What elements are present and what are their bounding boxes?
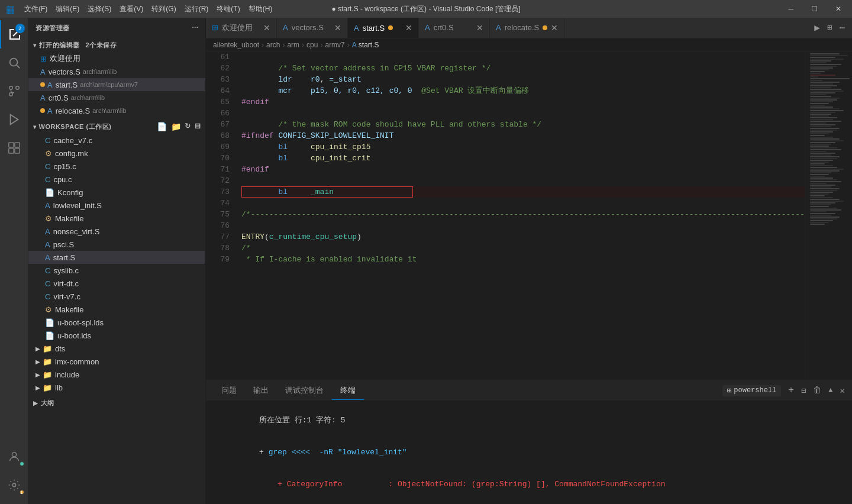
new-file-workspace-icon[interactable]: 📄	[157, 122, 167, 131]
breadcrumb-armv7[interactable]: armv7	[325, 41, 344, 49]
breadcrumb-alientek[interactable]: alientek_uboot	[213, 41, 259, 49]
panel-tab-problems[interactable]: 问题	[213, 382, 245, 399]
menu-terminal[interactable]: 终端(T)	[213, 4, 243, 14]
open-file-vectors[interactable]: A vectors.S arch\arm\lib	[28, 65, 205, 78]
new-folder-workspace-icon[interactable]: 📁	[171, 122, 182, 131]
open-file-relocate[interactable]: A relocate.S arch\arm\lib	[28, 104, 205, 117]
menu-edit[interactable]: 编辑(E)	[52, 4, 83, 14]
new-file-icon[interactable]: ⋯	[192, 24, 199, 32]
workspace-header[interactable]: ▾ WORKSPACE (工作区) 📄 📁 ↻ ⊟	[28, 119, 205, 134]
tab-close-welcome[interactable]: ✕	[263, 23, 270, 33]
breadcrumb-arch[interactable]: arch	[266, 41, 280, 49]
file-name-start: start.S	[56, 80, 78, 89]
folder-include[interactable]: ▶ 📁 include	[28, 368, 205, 381]
maximize-panel-icon[interactable]: ▲	[828, 386, 832, 395]
extensions-icon[interactable]	[0, 134, 28, 162]
split-terminal-icon[interactable]: ⊟	[801, 386, 806, 396]
folder-imx[interactable]: ▶ 📁 imx-common	[28, 355, 205, 368]
debug-icon[interactable]	[0, 105, 28, 134]
menu-run[interactable]: 运行(R)	[181, 4, 212, 14]
refresh-workspace-icon[interactable]: ↻	[185, 122, 191, 131]
ws-file-cpu[interactable]: C cpu.c	[28, 173, 205, 186]
tab-close-crt0[interactable]: ✕	[476, 23, 483, 33]
tab-welcome[interactable]: ⊞ 欢迎使用 ✕	[206, 18, 277, 38]
panel-tab-output[interactable]: 输出	[245, 382, 277, 399]
mk-icon-makefile: ⚙	[45, 214, 52, 223]
tab-close-relocate[interactable]: ✕	[551, 23, 558, 33]
ws-file-virtdt[interactable]: C virt-dt.c	[28, 277, 205, 290]
ws-filename-cpu: cpu.c	[53, 175, 72, 184]
split-editor-icon[interactable]: ⊞	[827, 22, 832, 33]
ws-file-ubootlds[interactable]: 📄 u-boot.lds	[28, 329, 205, 342]
folder-dts[interactable]: ▶ 📁 dts	[28, 342, 205, 355]
tab-crt0[interactable]: A crt0.S ✕	[419, 18, 490, 38]
more-actions-icon[interactable]: ⋯	[839, 22, 845, 34]
panel-tab-debug[interactable]: 调试控制台	[277, 382, 332, 399]
ws-file-makefile[interactable]: ⚙ Makefile	[28, 212, 205, 225]
window-title: ● start.S - workspace (工作区) - Visual Stu…	[331, 4, 520, 14]
collapse-workspace-icon[interactable]: ⊟	[195, 122, 201, 131]
add-terminal-icon[interactable]: +	[788, 385, 794, 396]
open-file-welcome[interactable]: ⊞ 欢迎使用	[28, 52, 205, 65]
ws-file-config[interactable]: ⚙ config.mk	[28, 147, 205, 160]
term-cmd-prefix: +	[259, 448, 269, 457]
panel-right-controls: ⊞ powershell + ⊟ 🗑 ▲ ✕	[722, 385, 845, 396]
open-editors-header[interactable]: ▾ 打开的编辑器 2个未保存	[28, 38, 205, 52]
ws-file-cache[interactable]: C cache_v7.c	[28, 134, 205, 147]
git-icon[interactable]	[0, 77, 28, 105]
explorer-icon[interactable]: 2	[0, 20, 28, 49]
ws-file-kconfig[interactable]: 📄 Kconfig	[28, 186, 205, 199]
ws-file-nonsec[interactable]: A nonsec_virt.S	[28, 225, 205, 238]
tab-start[interactable]: A start.S ✕	[348, 18, 419, 38]
tab-close-start[interactable]: ✕	[405, 23, 412, 33]
menu-goto[interactable]: 转到(G)	[148, 4, 179, 14]
menu-view[interactable]: 查看(V)	[116, 4, 147, 14]
file-icon-ubootlds: 📄	[45, 331, 54, 340]
ws-file-virtv7[interactable]: C virt-v7.c	[28, 290, 205, 303]
tab-vectors[interactable]: A vectors.S ✕	[277, 18, 348, 38]
panel-tab-terminal[interactable]: 终端	[332, 382, 364, 400]
breadcrumb-arm[interactable]: arm	[287, 41, 299, 49]
tab-relocate[interactable]: A relocate.S ✕	[490, 18, 564, 38]
search-icon[interactable]	[0, 49, 28, 77]
account-icon[interactable]	[0, 442, 28, 471]
menu-select[interactable]: 选择(S)	[84, 4, 115, 14]
ws-filename-spl: u-boot-spl.lds	[57, 318, 104, 327]
open-file-start[interactable]: A start.S arch\arm\cpu\armv7	[28, 78, 205, 91]
close-button[interactable]: ✕	[831, 5, 846, 13]
breadcrumb-cpu[interactable]: cpu	[306, 41, 318, 49]
tab-modified-dot-start	[388, 25, 393, 30]
open-file-crt0[interactable]: A crt0.S arch\arm\lib	[28, 91, 205, 104]
maximize-button[interactable]: ☐	[806, 5, 822, 13]
settings-icon[interactable]: 1	[0, 471, 28, 499]
ws-file-spl[interactable]: 📄 u-boot-spl.lds	[28, 316, 205, 329]
svg-point-3	[15, 86, 19, 90]
ws-file-start[interactable]: A start.S	[28, 251, 205, 264]
tab-label-welcome: 欢迎使用	[222, 22, 253, 33]
menu-file[interactable]: 文件(F)	[21, 4, 51, 14]
kill-terminal-icon[interactable]: 🗑	[813, 386, 821, 395]
close-panel-icon[interactable]: ✕	[840, 386, 845, 396]
modified-dot-relocate	[40, 108, 45, 113]
code-editor[interactable]: 61 62 63 64 65 66 67 68 69 70 71 72 73 7…	[206, 51, 805, 380]
ws-file-syslib[interactable]: C syslib.c	[28, 264, 205, 277]
ws-file-cp15[interactable]: C cp15.c	[28, 160, 205, 173]
ws-file-psci[interactable]: A psci.S	[28, 238, 205, 251]
run-play-icon[interactable]: ▶	[814, 22, 820, 34]
terminal-content[interactable]: 所在位置 行:1 字符: 5 + grep <<<< -nR "lowlevel…	[206, 401, 852, 504]
powershell-selector[interactable]: ⊞ powershell	[722, 385, 781, 396]
code-content[interactable]: /* Set vector address in CP15 VBAR regis…	[234, 51, 805, 380]
outline-chevron: ▶	[33, 400, 38, 406]
tab-close-vectors[interactable]: ✕	[334, 23, 341, 33]
folder-lib[interactable]: ▶ 📁 lib	[28, 381, 205, 394]
code-line-71: #endif	[241, 164, 805, 175]
minimize-button[interactable]: ─	[783, 5, 798, 13]
outline-header[interactable]: ▶ 大纲	[28, 396, 205, 410]
main-layout: 2 1 资源管理器 ⋯	[0, 18, 852, 504]
menu-help[interactable]: 帮助(H)	[245, 4, 276, 14]
ws-file-makefile2[interactable]: ⚙ Makefile	[28, 303, 205, 316]
file-icon-relocate: A	[47, 106, 53, 115]
ws-file-lowlevel[interactable]: A lowlevel_init.S	[28, 199, 205, 212]
breadcrumb-startS[interactable]: Astart.S	[352, 41, 379, 49]
folder-lib-label: lib	[55, 383, 63, 392]
